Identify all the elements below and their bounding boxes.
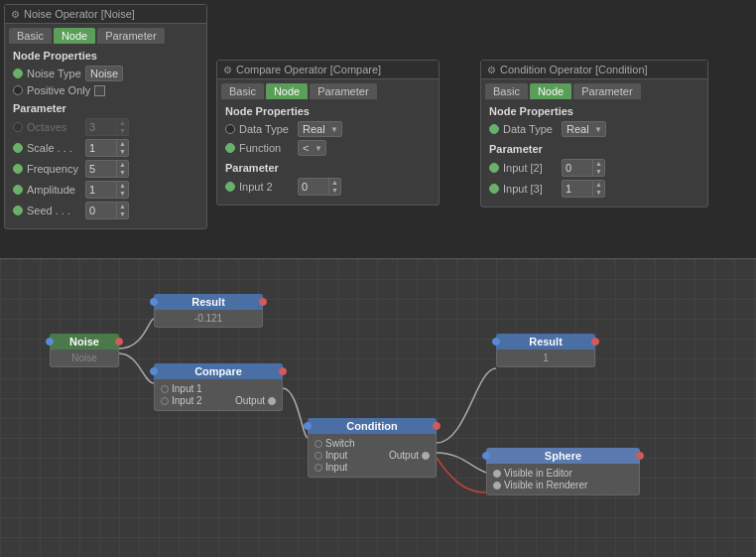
- noise-tab-parameter[interactable]: Parameter: [97, 28, 164, 44]
- compare-function-label: Function: [239, 142, 294, 154]
- seed-input[interactable]: [86, 204, 116, 217]
- amplitude-up[interactable]: ▲: [117, 182, 128, 190]
- frequency-label: Frequency: [27, 163, 81, 175]
- condition-header-output-port[interactable]: [433, 422, 441, 430]
- condition-graph-node[interactable]: Condition Switch Input Output: [308, 418, 437, 478]
- compare-header-input-port[interactable]: [150, 367, 158, 375]
- condition-data-type-radio[interactable]: [489, 124, 499, 134]
- noise-type-radio[interactable]: [13, 69, 23, 78]
- positive-only-checkbox[interactable]: [94, 85, 105, 96]
- condition-input3-input[interactable]: [563, 182, 592, 196]
- compare-tab-node[interactable]: Node: [266, 83, 308, 99]
- result2-graph-node[interactable]: Result 1: [496, 334, 595, 367]
- compare-data-type-radio[interactable]: [225, 124, 235, 134]
- compare-output-port[interactable]: [268, 397, 276, 405]
- sphere-visible-renderer-port[interactable]: [493, 482, 501, 489]
- noise-tab-basic[interactable]: Basic: [9, 28, 52, 44]
- compare-tab-parameter[interactable]: Parameter: [310, 83, 376, 99]
- result1-input-port[interactable]: [150, 298, 158, 306]
- condition-switch-port[interactable]: [315, 440, 322, 448]
- condition-data-type-select[interactable]: Real: [562, 121, 606, 137]
- result1-output-port[interactable]: [259, 298, 267, 306]
- frequency-radio[interactable]: [13, 164, 23, 174]
- compare-input2-port[interactable]: [161, 397, 169, 405]
- scale-spinner-btns: ▲ ▼: [116, 140, 128, 156]
- result2-output-port[interactable]: [591, 338, 599, 346]
- condition-input2-row: Input [2] ▲ ▼: [489, 159, 699, 177]
- sphere-graph-node[interactable]: Sphere Visible in Editor Visible in Rend…: [486, 448, 640, 495]
- condition-input3-spinner[interactable]: ▲ ▼: [562, 180, 605, 198]
- compare-input2-spinner[interactable]: ▲ ▼: [298, 178, 341, 196]
- noise-output-port[interactable]: [115, 338, 123, 346]
- result2-node-body: 1: [496, 349, 595, 367]
- octaves-spinner[interactable]: ▲ ▼: [85, 118, 129, 136]
- result2-input-port[interactable]: [492, 338, 500, 346]
- condition-input1-port[interactable]: [315, 452, 322, 460]
- seed-spinner[interactable]: ▲ ▼: [85, 202, 129, 219]
- amplitude-down[interactable]: ▼: [117, 190, 128, 198]
- compare-graph-node[interactable]: Compare Input 1 Input 2 Output: [154, 363, 283, 411]
- graph-grid: [0, 259, 756, 557]
- condition-data-type-row: Data Type Real ▼: [489, 121, 699, 137]
- condition-tab-parameter[interactable]: Parameter: [573, 83, 640, 99]
- amplitude-radio[interactable]: [13, 185, 23, 195]
- frequency-input[interactable]: [86, 162, 116, 176]
- noise-tab-node[interactable]: Node: [54, 28, 95, 44]
- condition-input2-input[interactable]: [563, 161, 592, 175]
- compare-panel-title: ⚙ Compare Operator [Compare]: [217, 61, 439, 79]
- result1-graph-node[interactable]: Result -0.121: [154, 294, 263, 328]
- condition-header-input-port[interactable]: [304, 422, 312, 430]
- amplitude-spinner[interactable]: ▲ ▼: [85, 181, 129, 199]
- condition-output-port[interactable]: [422, 452, 430, 460]
- compare-function-select[interactable]: <: [298, 140, 326, 156]
- sphere-node-title: Sphere: [545, 450, 581, 462]
- compare-function-radio[interactable]: [225, 143, 235, 153]
- condition-tab-node[interactable]: Node: [530, 83, 571, 99]
- scale-radio[interactable]: [13, 143, 23, 153]
- condition-input2-up[interactable]: ▲: [593, 160, 604, 168]
- scale-up[interactable]: ▲: [117, 140, 128, 148]
- frequency-up[interactable]: ▲: [117, 161, 128, 169]
- node-graph[interactable]: Noise Noise Result -0.121: [0, 258, 756, 557]
- compare-input2-up[interactable]: ▲: [329, 179, 340, 187]
- octaves-input[interactable]: [86, 120, 116, 134]
- scale-down[interactable]: ▼: [117, 148, 128, 156]
- octaves-up[interactable]: ▲: [117, 119, 128, 127]
- condition-input2-radio[interactable]: [489, 163, 499, 173]
- noise-input-port[interactable]: [46, 338, 54, 346]
- compare-input2-radio[interactable]: [225, 182, 235, 192]
- condition-input2-down[interactable]: ▼: [593, 168, 604, 176]
- result1-node-right-port: [259, 296, 267, 308]
- seed-up[interactable]: ▲: [117, 203, 128, 210]
- compare-input2-input[interactable]: [299, 180, 328, 194]
- compare-input2-down[interactable]: ▼: [329, 187, 340, 195]
- compare-header-output-port[interactable]: [279, 367, 287, 375]
- compare-input2-btns: ▲ ▼: [328, 179, 340, 195]
- seed-down[interactable]: ▼: [117, 210, 128, 218]
- noise-graph-node[interactable]: Noise Noise: [50, 334, 119, 367]
- compare-tab-basic[interactable]: Basic: [221, 83, 264, 99]
- condition-input3-down[interactable]: ▼: [593, 189, 604, 197]
- octaves-down[interactable]: ▼: [117, 127, 128, 135]
- noise-node-properties-title: Node Properties: [13, 50, 198, 62]
- condition-input2-spinner[interactable]: ▲ ▼: [562, 159, 605, 177]
- scale-input[interactable]: [86, 141, 116, 155]
- sphere-visible-renderer-label: Visible in Renderer: [504, 480, 587, 490]
- sphere-output-port[interactable]: [636, 452, 644, 460]
- frequency-spinner[interactable]: ▲ ▼: [85, 160, 129, 178]
- sphere-input-port[interactable]: [482, 452, 490, 460]
- frequency-down[interactable]: ▼: [117, 169, 128, 177]
- condition-input3-up[interactable]: ▲: [593, 181, 604, 189]
- condition-input1-left: Input: [315, 450, 347, 461]
- condition-input2-port[interactable]: [315, 464, 322, 472]
- compare-data-type-select[interactable]: Real: [298, 121, 342, 137]
- seed-radio[interactable]: [13, 206, 23, 215]
- octaves-radio[interactable]: [13, 122, 23, 132]
- compare-input1-port[interactable]: [161, 385, 169, 393]
- scale-spinner[interactable]: ▲ ▼: [85, 139, 129, 157]
- condition-input3-radio[interactable]: [489, 184, 499, 194]
- sphere-visible-editor-port[interactable]: [493, 470, 501, 478]
- amplitude-input[interactable]: [86, 183, 116, 197]
- positive-only-radio[interactable]: [13, 85, 23, 95]
- condition-tab-basic[interactable]: Basic: [485, 83, 528, 99]
